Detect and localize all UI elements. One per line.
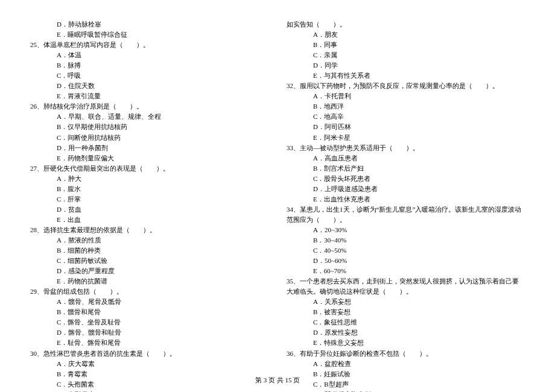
option-item: D．髂骨、髋骨和耻骨 xyxy=(30,327,268,338)
option-item: A．关系妄想 xyxy=(287,297,525,307)
option-item: D．同学 xyxy=(287,60,525,71)
option-item: B．30~40% xyxy=(287,235,525,245)
option-item: E．特殊意义妄想 xyxy=(287,338,525,348)
option-item: C．呼吸 xyxy=(30,71,268,81)
option-item: A．卡托普利 xyxy=(287,91,525,101)
option-item: E．阿米卡星 xyxy=(287,133,525,143)
option-item: A．20~30% xyxy=(287,225,525,235)
option-item: E．耻骨、髂骨和尾骨 xyxy=(30,338,268,348)
option-item: C．肝掌 xyxy=(30,194,268,204)
option-item: B．同事 xyxy=(287,40,525,50)
option-item: C．细菌药敏试验 xyxy=(30,256,268,266)
option-item: D．用一种杀菌剂 xyxy=(30,143,268,153)
option-item: A．体温 xyxy=(30,50,268,60)
option-item: D．阿司匹林 xyxy=(287,122,525,132)
option-item: E．胃液引流量 xyxy=(30,91,268,101)
option-item: B．地西泮 xyxy=(287,101,525,112)
option-item: A．肿大 xyxy=(30,174,268,184)
option-item: D．阴道后穹隆穿刺 xyxy=(287,390,525,392)
question-33-stem: 33、主动—被动型护患关系适用于（ ）。 xyxy=(287,143,525,153)
option-item: B．脉搏 xyxy=(30,60,268,71)
question-26-stem: 26、肺结核化学治疗原则是（ ）。 xyxy=(30,101,268,112)
option-item: B．腹水 xyxy=(30,184,268,194)
option-item: A．早期、联合、适量、规律、全程 xyxy=(30,112,268,122)
option-item: C．象征性思维 xyxy=(287,317,525,327)
question-27-stem: 27、肝硬化失代偿期最突出的表现是（ ）。 xyxy=(30,163,268,174)
option-item: C．40~50% xyxy=(287,245,525,256)
option-item: D．肺动脉栓塞 xyxy=(30,19,268,30)
question-35-stem: 35、一个患者想去买东西，走到街上，突然发现人很拥挤，认为这预示着自己要大难临头… xyxy=(287,276,525,297)
option-item: D．住院天数 xyxy=(30,81,268,91)
right-column: 如实告知（ ）。 A．朋友 B．同事 C．亲属 D．同学 E．与其有性关系者 3… xyxy=(287,19,525,392)
page-footer: 第 3 页 共 15 页 xyxy=(0,376,555,385)
option-item: E．出血 xyxy=(30,215,268,225)
option-item: E．60~70% xyxy=(287,266,525,276)
option-item: A．脓液的性质 xyxy=(30,235,268,245)
option-item: D．原发性妄想 xyxy=(287,327,525,338)
option-item: C．间断使用抗结核药 xyxy=(30,133,268,143)
option-item: B．仅早期使用抗结核药 xyxy=(30,122,268,132)
question-30-stem: 30、急性淋巴管炎患者首选的抗生素是（ ）。 xyxy=(30,349,268,359)
option-item: C．股骨头坏死患者 xyxy=(287,174,525,184)
option-item: D．50~60% xyxy=(287,256,525,266)
option-item: A．盆腔检查 xyxy=(287,359,525,369)
left-column: D．肺动脉栓塞 E．睡眠呼吸暂停综合征 25、体温单底栏的填写内容是（ ）。 A… xyxy=(30,19,268,392)
option-item: E．药物剂量应偏大 xyxy=(30,153,268,163)
option-item: C．亲属 xyxy=(287,50,525,60)
option-item: B．髋骨和尾骨 xyxy=(30,307,268,317)
question-32-stem: 32、服用以下药物时，为预防不良反应，应常规测量心率的是（ ）。 xyxy=(287,81,525,91)
option-item: E．药物的抗菌谱 xyxy=(30,276,268,286)
question-34-stem: 34、某患儿，出生1天，诊断为“新生儿窒息”入暖箱治疗。该新生儿室的湿度波动范围… xyxy=(287,204,525,225)
question-25-stem: 25、体温单底栏的填写内容是（ ）。 xyxy=(30,40,268,50)
option-item: A．高血压患者 xyxy=(287,153,525,163)
option-item: D．感染的严重程度 xyxy=(30,266,268,276)
option-item: D．贫血 xyxy=(30,204,268,215)
option-item: A．庆大霉素 xyxy=(30,359,268,369)
question-29-stem: 29、骨盆的组成包括（ ）。 xyxy=(30,286,268,297)
option-item: E．出血性休克患者 xyxy=(287,194,525,204)
option-item: D．上呼吸道感染患者 xyxy=(287,184,525,194)
option-item: C．髂骨、坐骨及耻骨 xyxy=(30,317,268,327)
option-item: B．细菌的种类 xyxy=(30,245,268,256)
option-item: E．与其有性关系者 xyxy=(287,71,525,81)
option-item: D．卡那霉素 xyxy=(30,390,268,392)
question-36-stem: 36、有助于异位妊娠诊断的检查不包括（ ）。 xyxy=(287,349,525,359)
option-item: B．被害妄想 xyxy=(287,307,525,317)
question-28-stem: 28、选择抗生素最理想的依据是（ ）。 xyxy=(30,225,268,235)
option-item: A．髋骨、尾骨及骶骨 xyxy=(30,297,268,307)
option-item: C．地高辛 xyxy=(287,112,525,122)
option-item: E．睡眠呼吸暂停综合征 xyxy=(30,30,268,40)
question-31-continuation: 如实告知（ ）。 xyxy=(287,19,525,30)
option-item: A．朋友 xyxy=(287,30,525,40)
option-item: B．剖宫术后产妇 xyxy=(287,163,525,174)
